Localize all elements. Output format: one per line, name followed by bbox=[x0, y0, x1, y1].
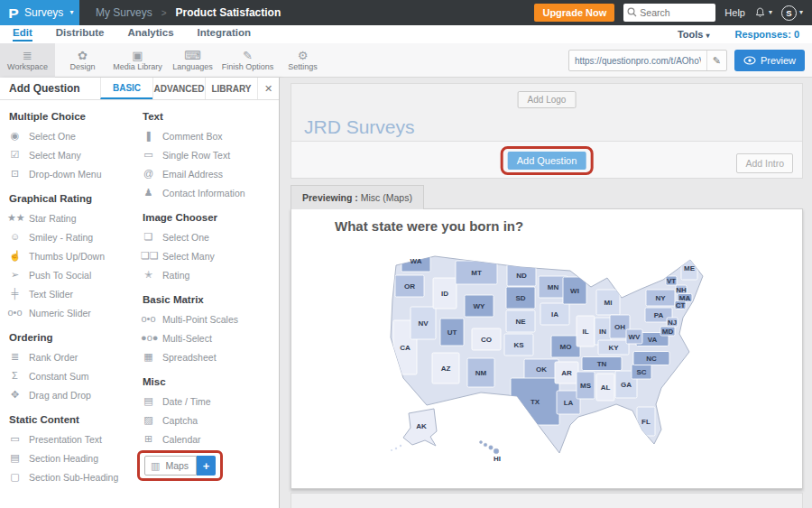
us-map[interactable]: WAORCANVIDMTWYUTCOAZNMNDSDNEKSOKTXMNIAMO… bbox=[385, 251, 710, 475]
question-type-multi-point-scales[interactable]: o•oMulti-Point Scales bbox=[141, 309, 272, 328]
question-type-label: Spreadsheet bbox=[162, 352, 217, 363]
global-search[interactable] bbox=[623, 4, 715, 22]
nav-analytics[interactable]: Analytics bbox=[127, 27, 173, 42]
question-type-text-slider[interactable]: ╪Text Slider bbox=[7, 284, 134, 303]
question-type-label: Constant Sum bbox=[29, 371, 89, 382]
question-type-presentation-text[interactable]: ▭Presentation Text bbox=[7, 429, 134, 448]
calendar-icon: ⊞ bbox=[141, 434, 156, 444]
nav-distribute[interactable]: Distribute bbox=[56, 27, 105, 42]
preview-button[interactable]: Preview bbox=[734, 50, 805, 71]
question-type-constant-sum[interactable]: ΣConstant Sum bbox=[7, 366, 134, 385]
add-maps-question-button[interactable]: + bbox=[197, 456, 216, 476]
question-type-date-time[interactable]: ▤Date / Time bbox=[141, 392, 272, 411]
state-label-ny: NY bbox=[655, 294, 666, 302]
survey-header-card: Add Logo JRD Surveys Add Question Add In… bbox=[291, 83, 803, 179]
next-section-card bbox=[291, 493, 803, 508]
question-type-contact-information[interactable]: ♟Contact Information bbox=[141, 183, 272, 202]
question-type-label: Select One bbox=[29, 131, 76, 142]
toolbar-languages[interactable]: ⌨Languages bbox=[165, 43, 220, 78]
nav-integration[interactable]: Integration bbox=[198, 27, 251, 42]
toolbar-settings[interactable]: ⚙Settings bbox=[275, 43, 330, 78]
toolbar-design[interactable]: ✿Design bbox=[55, 43, 110, 78]
state-hi[interactable] bbox=[480, 441, 483, 444]
tools-menu[interactable]: Tools ▾ bbox=[678, 29, 710, 40]
question-type-thumbs-up-down[interactable]: ☝Thumbs Up/Down bbox=[7, 246, 134, 265]
question-type-label: Rank Order bbox=[29, 352, 78, 363]
nav-edit[interactable]: Edit bbox=[13, 27, 32, 42]
question-type-section-heading[interactable]: ▤Section Heading bbox=[7, 448, 134, 467]
question-type-push-to-social[interactable]: ➢Push To Social bbox=[7, 265, 134, 284]
product-switcher[interactable]: P Surveys ▾ bbox=[0, 0, 79, 25]
state-label-pa: PA bbox=[654, 311, 664, 319]
tab-advanced[interactable]: ADVANCED bbox=[152, 78, 205, 99]
image-select-many-icon: ❏❏ bbox=[141, 251, 156, 261]
state-hi[interactable] bbox=[494, 448, 499, 454]
state-label-la: LA bbox=[564, 399, 574, 407]
close-icon[interactable]: ✕ bbox=[257, 78, 279, 99]
multi-select-icon: ●o● bbox=[141, 333, 156, 343]
question-type-rank-order[interactable]: ≣Rank Order bbox=[7, 347, 134, 366]
question-type-calendar[interactable]: ⊞Calendar bbox=[141, 429, 272, 448]
help-link[interactable]: Help bbox=[724, 7, 745, 18]
question-type-select-many[interactable]: ☑Select Many bbox=[7, 145, 134, 164]
add-question-button[interactable]: Add Question bbox=[508, 152, 586, 170]
thumbs-icon: ☝ bbox=[7, 251, 23, 261]
survey-url-input[interactable] bbox=[569, 56, 706, 66]
question-type-smiley-rating[interactable]: ☺Smiley - Rating bbox=[7, 227, 134, 246]
section-title: Static Content bbox=[9, 414, 134, 425]
question-type-drop-down-menu[interactable]: ⊡Drop-down Menu bbox=[7, 164, 134, 183]
breadcrumb-current: Product Satisfaction bbox=[176, 6, 281, 19]
question-type-label: Select Many bbox=[162, 251, 215, 262]
toolbar-item-label: Languages bbox=[172, 62, 213, 71]
question-type-label: Date / Time bbox=[162, 396, 211, 407]
state-label-ky: KY bbox=[608, 344, 619, 352]
edit-url-pencil-icon[interactable]: ✎ bbox=[706, 51, 726, 70]
question-type-spreadsheet[interactable]: ▦Spreadsheet bbox=[141, 347, 272, 366]
question-type-email-address[interactable]: @Email Address bbox=[141, 164, 272, 183]
section-ordering: Ordering≣Rank OrderΣConstant Sum✥Drag an… bbox=[7, 332, 134, 404]
section-title: Misc bbox=[143, 376, 272, 387]
breadcrumb-root[interactable]: My Surveys bbox=[96, 6, 152, 19]
chevron-down-icon: ▾ bbox=[706, 32, 709, 40]
question-type-single-row-text[interactable]: ▭Single Row Text bbox=[141, 145, 272, 164]
tab-basic[interactable]: BASIC bbox=[100, 78, 152, 99]
state-label-ia: IA bbox=[551, 310, 558, 319]
survey-title[interactable]: JRD Surveys bbox=[304, 116, 415, 138]
state-label-ks: KS bbox=[513, 341, 524, 349]
state-label-tn: TN bbox=[597, 360, 607, 368]
state-label-fl: FL bbox=[641, 418, 651, 426]
question-type-rating[interactable]: ✭Rating bbox=[141, 265, 272, 284]
toolbar-workspace[interactable]: ≣Workspace bbox=[0, 43, 55, 78]
search-input[interactable] bbox=[640, 4, 714, 22]
toolbar-finish-options[interactable]: ✎Finish Options bbox=[220, 43, 275, 78]
question-type-star-rating[interactable]: ★★Star Rating bbox=[7, 208, 134, 227]
text-slider-icon: ╪ bbox=[7, 289, 23, 299]
add-intro-button[interactable]: Add Intro bbox=[736, 153, 793, 173]
question-type-label: Drop-down Menu bbox=[29, 169, 102, 180]
toolbar-media-library[interactable]: ▣Media Library bbox=[110, 43, 165, 78]
workspace-icon: ≣ bbox=[23, 50, 32, 61]
question-type-select-one[interactable]: ❏Select One bbox=[141, 227, 272, 246]
responses-count[interactable]: Responses: 0 bbox=[734, 29, 799, 40]
question-type-drag-and-drop[interactable]: ✥Drag and Drop bbox=[7, 385, 134, 404]
product-name: Surveys bbox=[24, 6, 63, 19]
add-logo-button[interactable]: Add Logo bbox=[518, 91, 577, 108]
question-type-section-sub-heading[interactable]: ▢Section Sub-Heading bbox=[7, 467, 134, 486]
question-type-select-many[interactable]: ❏❏Select Many bbox=[141, 246, 272, 265]
account-menu[interactable]: S ▾ bbox=[781, 5, 803, 21]
question-type-multi-select[interactable]: ●o●Multi-Select bbox=[141, 328, 272, 347]
state-hi[interactable] bbox=[484, 443, 487, 447]
edit-toolbar: ≣Workspace✿Design▣Media Library⌨Language… bbox=[0, 43, 812, 78]
state-hi[interactable] bbox=[489, 446, 493, 449]
question-type-captcha[interactable]: ▨Captcha bbox=[141, 411, 272, 429]
question-type-maps[interactable]: ▥Maps bbox=[144, 456, 197, 476]
question-type-label: Section Heading bbox=[29, 453, 98, 464]
upgrade-now-button[interactable]: Upgrade Now bbox=[534, 4, 614, 22]
question-type-numeric-slider[interactable]: o•oNumeric Slider bbox=[7, 303, 134, 322]
question-type-label: Star Rating bbox=[29, 213, 77, 224]
question-type-comment-box[interactable]: ❚Comment Box bbox=[141, 126, 272, 145]
question-type-select-one[interactable]: ◉Select One bbox=[7, 126, 134, 145]
notifications-menu[interactable]: ▾ bbox=[754, 6, 772, 19]
state-label-nv: NV bbox=[418, 319, 429, 328]
tab-library[interactable]: LIBRARY bbox=[205, 78, 257, 99]
